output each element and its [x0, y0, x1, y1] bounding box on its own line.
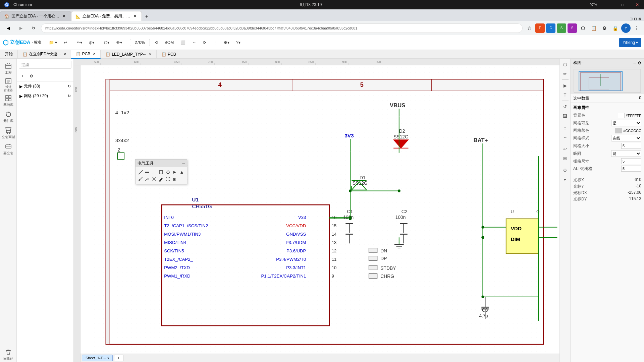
outline-btn[interactable]: ⬜ — [178, 38, 187, 47]
rt-btn-11[interactable]: ⊙ — [561, 166, 570, 174]
fit-btn[interactable]: ⟲ — [153, 38, 160, 47]
sidebar-item-parts[interactable]: 元件库 — [1, 110, 16, 124]
rt-btn-4[interactable]: T — [561, 90, 570, 99]
close-button[interactable]: ✕ — [631, 0, 644, 9]
panel-tool-2[interactable]: ⚙ — [28, 72, 35, 80]
ext-icon-4[interactable]: S — [568, 23, 577, 33]
special-tool[interactable]: ⊞ — [172, 176, 178, 182]
ext-icon-6[interactable]: 📋 — [589, 23, 598, 33]
panel-tool-1[interactable]: + — [19, 72, 26, 80]
arrow-up-tool[interactable] — [179, 169, 185, 175]
rt-btn-10[interactable]: ⊞ — [561, 154, 570, 163]
bus-entry-tool[interactable] — [144, 176, 150, 182]
add-sheet-button[interactable]: + — [114, 355, 123, 361]
marker-menu-btn[interactable]: ◎▾ — [87, 38, 96, 47]
pencil-tool[interactable] — [158, 176, 164, 182]
maximize-button[interactable]: □ — [616, 0, 629, 9]
tab-pcb1[interactable]: 📋 PCB ✕ — [71, 50, 101, 59]
sheet-tab-chevron[interactable]: ▾ — [107, 356, 109, 360]
tab-2[interactable]: 📐 立创EDA - 免费、易用、… ✕ — [71, 11, 142, 21]
rt-btn-1[interactable]: ⬡ — [561, 60, 570, 69]
help-btn[interactable]: ?▾ — [234, 38, 243, 47]
rt-btn-2[interactable]: ✏ — [561, 69, 570, 78]
cross-tool[interactable] — [151, 176, 157, 182]
gridcolor-swatch[interactable] — [615, 128, 622, 133]
tab-led[interactable]: 📋 LED_LAMP_TYP··· ✕ — [101, 50, 157, 59]
electool-close-icon[interactable]: ─ — [182, 162, 185, 166]
minimap-toggle[interactable]: ─ — [633, 61, 636, 65]
bookmark-icon[interactable]: ☆ — [525, 23, 534, 33]
panel-search-input[interactable] — [19, 61, 71, 69]
snap-select[interactable]: 是 否 — [611, 150, 641, 157]
file-menu-btn[interactable]: 📁 ▾ — [47, 38, 59, 47]
grid-style-select[interactable]: 实线 虚线 点 — [611, 135, 641, 141]
bus-tool[interactable] — [144, 169, 150, 175]
grid-size-input[interactable] — [621, 143, 641, 149]
tab-2-close[interactable]: ✕ — [132, 14, 138, 19]
minimap-settings[interactable]: ⚙ — [638, 61, 641, 65]
sidebar-item-jlcpcb[interactable]: 嘉立创 — [1, 142, 16, 157]
tab-pcb2[interactable]: 📋 PCB — [157, 50, 181, 59]
ext-icon-1[interactable]: E — [535, 23, 545, 33]
back-button[interactable]: ◀ — [3, 23, 13, 34]
line-tool[interactable] — [151, 169, 157, 175]
url-bar[interactable]: https://lceda.cn/editor?src=indexHid=be1… — [41, 23, 523, 33]
tab-1-close[interactable]: ✕ — [61, 14, 67, 19]
sidebar-item-recycle[interactable]: 回收站 — [1, 347, 16, 362]
wire-tool[interactable] — [138, 169, 144, 175]
minimize-button[interactable]: ─ — [601, 0, 614, 9]
rt-btn-7[interactable]: ↕ — [561, 123, 570, 132]
rt-btn-12[interactable]: ⌐ — [561, 175, 570, 184]
ext-icon-5[interactable]: ⬡ — [578, 23, 588, 33]
tab-start[interactable]: 开始 — [0, 50, 18, 59]
reload-button[interactable]: ↻ — [28, 23, 39, 34]
tab-led-close[interactable]: ✕ — [149, 52, 152, 56]
forward-button[interactable]: ▶ — [15, 23, 26, 34]
nets-refresh-icon[interactable]: ↻ — [68, 94, 71, 98]
share-btn[interactable]: ↔ — [190, 38, 198, 47]
undo-btn[interactable]: ↩ — [62, 38, 69, 47]
user-menu[interactable]: Yiheng ▾ — [619, 38, 641, 47]
electool-header[interactable]: 电气工具 ─ — [136, 160, 187, 167]
sidebar-item-project[interactable]: 工程 — [1, 61, 16, 76]
tab-lceda-close[interactable]: ✕ — [63, 52, 66, 56]
tab-1[interactable]: 🏠 国产立创EDA - 一个用心… ✕ — [0, 11, 71, 21]
ext-icon-2[interactable]: C — [546, 23, 555, 33]
zoom-level[interactable]: 270% — [130, 39, 150, 46]
grid-unit-input[interactable] — [621, 158, 641, 164]
rt-btn-5[interactable]: ↺ — [561, 102, 570, 111]
nets-header[interactable]: ▶ 网络 (29 / 29) ↻ — [19, 93, 71, 100]
history-btn[interactable]: ⟳ — [201, 38, 208, 47]
sidebar-item-design[interactable]: 设计管理器 — [1, 77, 16, 92]
bgcolor-swatch[interactable] — [618, 113, 625, 118]
connect-tool[interactable] — [138, 176, 144, 182]
alt-grid-input[interactable] — [621, 166, 641, 172]
eye-btn[interactable]: 👁▾ — [114, 38, 124, 47]
rt-btn-8[interactable]: ↔ — [561, 133, 570, 141]
draw-menu-btn[interactable]: ✏▾ — [75, 38, 84, 47]
tab-lceda[interactable]: 📋 在立创EDA快速··· ✕ — [18, 50, 71, 59]
sidebar-item-store[interactable]: 立创商城 — [1, 126, 16, 140]
prop-bgcolor-control[interactable]: #FFFFFF — [618, 113, 641, 118]
rt-btn-3[interactable]: ▶ — [561, 81, 570, 90]
settings-btn[interactable]: ⚙▾ — [222, 38, 231, 47]
new-tab-button[interactable]: + — [142, 12, 151, 21]
ext-icon-3[interactable]: S — [557, 23, 566, 33]
pin-tool[interactable] — [165, 169, 171, 175]
rect-tool[interactable] — [158, 169, 164, 175]
user-avatar[interactable]: Y — [621, 23, 631, 33]
rt-btn-6[interactable]: 🖼 — [561, 112, 570, 120]
rt-btn-9[interactable]: ↩ — [561, 144, 570, 153]
components-header[interactable]: ▶ 元件 (38) ↻ — [19, 83, 71, 90]
sidebar-item-library[interactable]: 基础库 — [1, 94, 16, 108]
layer-btn[interactable]: ⋮ — [211, 38, 219, 47]
grid-tool[interactable] — [165, 176, 171, 182]
schematic-canvas-area[interactable]: 550 600 650 700 750 800 850 900 950 — [74, 59, 559, 362]
ext-icon-7[interactable]: ⚙ — [600, 23, 609, 33]
refresh-icon[interactable]: ↻ — [68, 84, 71, 88]
tab-pcb1-close[interactable]: ✕ — [93, 52, 96, 56]
sheet-tab-1[interactable]: Sheet_1-T··· ▾ — [82, 355, 113, 361]
view-btn[interactable]: ⬡▾ — [102, 38, 111, 47]
arrow-right-tool[interactable] — [172, 169, 178, 175]
menu-button[interactable]: ⋮ — [632, 23, 641, 33]
